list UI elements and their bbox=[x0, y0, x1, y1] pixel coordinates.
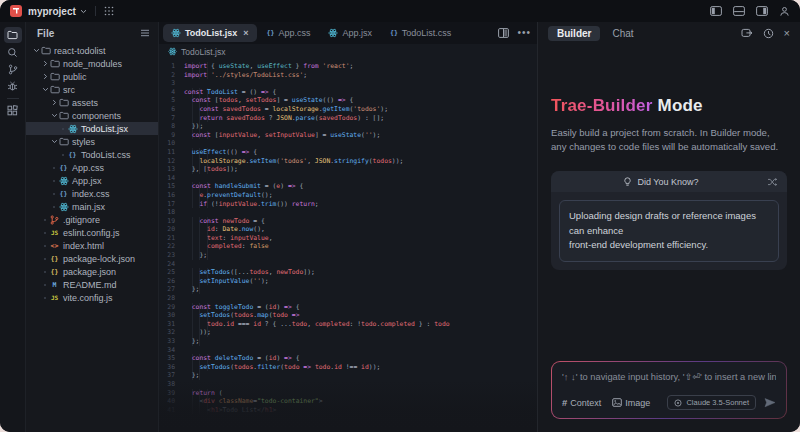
app-grid-icon[interactable] bbox=[104, 6, 114, 16]
card-body: Uploading design drafts or reference ima… bbox=[559, 200, 779, 262]
tree-item-TodoList.jsx[interactable]: TodoList.jsx bbox=[26, 122, 158, 135]
tree-item-src[interactable]: src bbox=[26, 83, 158, 96]
context-button[interactable]: # Context bbox=[562, 397, 601, 408]
tree-item-label: eslint.config.js bbox=[63, 228, 120, 238]
line-number: 10 bbox=[159, 139, 175, 148]
toggle-bottom-panel-icon[interactable] bbox=[733, 6, 745, 16]
tab-TodoList.jsx[interactable]: TodoList.jsx× bbox=[163, 24, 257, 42]
chevron-down-icon[interactable] bbox=[80, 9, 87, 14]
tree-item-vite.config.js[interactable]: JSvite.config.js bbox=[26, 291, 158, 304]
close-tab-icon[interactable]: × bbox=[243, 28, 248, 38]
code-line: 41 <h1>Todo List</h1> bbox=[159, 406, 537, 415]
history-icon[interactable] bbox=[763, 28, 774, 39]
code-line: 25 setTodos([...todos, newTodo]); bbox=[159, 268, 537, 277]
css-file-icon: {} bbox=[58, 190, 69, 198]
chevron-down-icon bbox=[50, 112, 58, 119]
tree-item-README.md[interactable]: MREADME.md bbox=[26, 278, 158, 291]
toggle-right-panel-icon[interactable] bbox=[756, 6, 768, 16]
md-file-icon: M bbox=[49, 281, 60, 289]
code-area[interactable]: 1import { useState, useEffect } from 're… bbox=[159, 59, 537, 432]
explorer-menu-icon[interactable] bbox=[140, 29, 150, 37]
react-file-icon bbox=[171, 28, 181, 38]
image-button[interactable]: Image bbox=[612, 398, 650, 408]
folder-file-icon bbox=[49, 72, 60, 81]
folder-file-icon bbox=[49, 85, 60, 94]
tab-builder[interactable]: Builder bbox=[548, 26, 600, 41]
chevron-right-icon bbox=[50, 99, 58, 106]
tab-TodoList.css[interactable]: {}TodoList.css bbox=[382, 24, 459, 42]
tab-App.css[interactable]: {}App.css bbox=[259, 24, 319, 42]
breadcrumb[interactable]: TodoList.jsx bbox=[159, 44, 537, 59]
tab-App.jsx[interactable]: App.jsx bbox=[320, 24, 380, 42]
toggle-left-panel-icon[interactable] bbox=[710, 6, 722, 16]
code-line: 32 )); bbox=[159, 328, 537, 337]
tree-item-label: styles bbox=[72, 137, 95, 147]
tree-item-TodoList.css[interactable]: {}TodoList.css bbox=[26, 148, 158, 161]
search-icon[interactable] bbox=[4, 44, 22, 60]
line-number: 38 bbox=[159, 380, 175, 389]
title-bar: myproject bbox=[0, 0, 800, 22]
tree-item-react-todolist[interactable]: react-todolist bbox=[26, 44, 158, 57]
explorer-icon[interactable] bbox=[4, 27, 22, 43]
project-name[interactable]: myproject bbox=[28, 6, 76, 17]
line-number: 4 bbox=[159, 88, 175, 97]
model-selector[interactable]: Claude 3.5-Sonnet bbox=[667, 395, 756, 410]
tree-item-components[interactable]: components bbox=[26, 109, 158, 122]
source-control-icon[interactable] bbox=[4, 61, 22, 77]
line-number: 6 bbox=[159, 105, 175, 114]
tree-item-.gitignore[interactable]: .gitignore bbox=[26, 213, 158, 226]
tree-item-assets[interactable]: assets bbox=[26, 96, 158, 109]
tree-item-node_modules[interactable]: node_modules bbox=[26, 57, 158, 70]
code-line: 27 }; bbox=[159, 285, 537, 294]
code-line: 22 completed: false bbox=[159, 242, 537, 251]
tree-item-package-lock.json[interactable]: {}package-lock.json bbox=[26, 252, 158, 265]
tree-item-public[interactable]: public bbox=[26, 70, 158, 83]
tree-item-index.css[interactable]: {}index.css bbox=[26, 187, 158, 200]
react-file-icon bbox=[67, 124, 78, 134]
line-number: 2 bbox=[159, 71, 175, 80]
builder-title: Trae-Builder Mode bbox=[551, 96, 787, 116]
tree-item-label: main.jsx bbox=[72, 202, 105, 212]
chat-input[interactable]: '↑ ↓' to navigate input history, '⇧⏎' to… bbox=[562, 371, 776, 382]
breadcrumb-file: TodoList.jsx bbox=[181, 47, 225, 57]
line-number: 34 bbox=[159, 346, 175, 355]
tree-item-package.json[interactable]: {}package.json bbox=[26, 265, 158, 278]
tree-item-App.jsx[interactable]: App.jsx bbox=[26, 174, 158, 187]
activity-bar bbox=[0, 22, 26, 432]
code-line: 36 setTodos(todos.filter(todo => todo.id… bbox=[159, 363, 537, 372]
code-line: 12 localStorage.setItem('todos', JSON.st… bbox=[159, 157, 537, 166]
shuffle-icon[interactable] bbox=[767, 178, 778, 186]
close-panel-icon[interactable]: × bbox=[784, 28, 790, 38]
new-session-icon[interactable] bbox=[741, 28, 753, 38]
debug-icon[interactable] bbox=[4, 78, 22, 94]
line-number: 20 bbox=[159, 225, 175, 234]
account-icon[interactable] bbox=[779, 6, 790, 17]
more-actions-icon[interactable]: ••• bbox=[517, 30, 531, 36]
line-number: 9 bbox=[159, 131, 175, 140]
tree-item-App.css[interactable]: {}App.css bbox=[26, 161, 158, 174]
line-number: 13 bbox=[159, 165, 175, 174]
code-line: 31 todo.id === id ? { ...todo, completed… bbox=[159, 320, 537, 329]
code-line: 30 setTodos(todos.map(todo => bbox=[159, 311, 537, 320]
split-editor-icon[interactable] bbox=[498, 28, 509, 38]
tree-item-styles[interactable]: styles bbox=[26, 135, 158, 148]
tab-chat[interactable]: Chat bbox=[612, 28, 633, 39]
trae-logo-icon[interactable] bbox=[10, 5, 22, 17]
line-number: 32 bbox=[159, 328, 175, 337]
line-number: 22 bbox=[159, 242, 175, 251]
tree-item-label: README.md bbox=[63, 280, 117, 290]
tree-item-index.html[interactable]: <>index.html bbox=[26, 239, 158, 252]
folder-file-icon bbox=[58, 137, 69, 146]
tree-item-main.jsx[interactable]: main.jsx bbox=[26, 200, 158, 213]
tree-item-eslint.config.js[interactable]: JSeslint.config.js bbox=[26, 226, 158, 239]
code-line: 35 const deleteTodo = (id) => { bbox=[159, 354, 537, 363]
extensions-icon[interactable] bbox=[4, 102, 22, 118]
hash-icon: # bbox=[562, 397, 567, 408]
code-editor[interactable]: TodoList.jsx×{}App.cssApp.jsx{}TodoList.… bbox=[159, 22, 537, 432]
tree-item-label: TodoList.jsx bbox=[81, 124, 128, 134]
chevron-down-icon bbox=[32, 47, 40, 54]
tree-item-label: package-lock.json bbox=[63, 254, 135, 264]
send-icon[interactable] bbox=[764, 397, 776, 408]
folder-file-icon bbox=[40, 46, 51, 55]
tree-item-label: index.css bbox=[72, 189, 110, 199]
